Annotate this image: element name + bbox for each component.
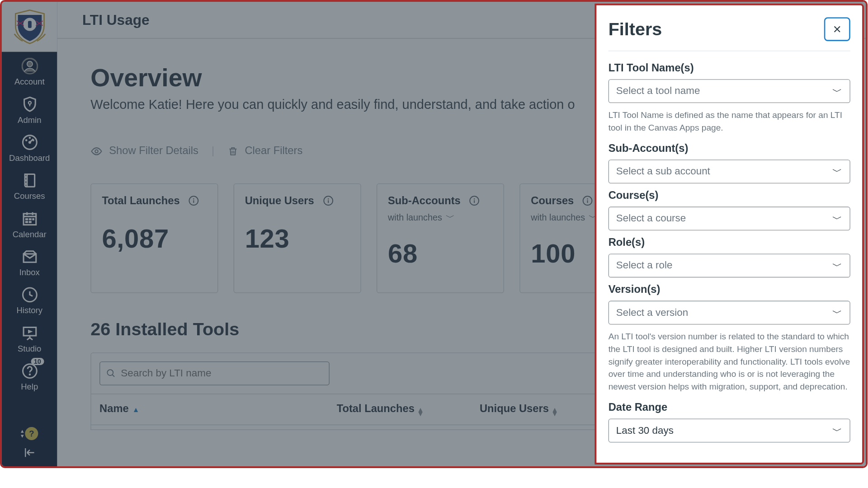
card-subline-toggle[interactable]: with launches﹀ [388,212,493,223]
trash-icon [227,145,238,157]
divider: | [212,145,214,157]
info-icon[interactable] [189,195,199,208]
nav-label: Help [21,382,38,391]
nav-bottom: ▴▾ ? [2,423,57,466]
search-tools-input[interactable] [121,368,323,380]
info-icon[interactable] [469,195,480,208]
search-tools-input-wrap[interactable] [99,361,330,385]
svg-point-7 [25,140,27,141]
sort-icon: ▲▼ [551,408,558,416]
chevron-down-icon: ﹀ [832,424,842,437]
nav-label: Dashboard [9,153,50,163]
svg-rect-15 [29,219,31,220]
calendar-icon [21,210,38,227]
nav-help[interactable]: 10 Help [2,357,57,394]
svg-point-24 [95,150,98,153]
field-label-tool: LTI Tool Name(s) [609,62,850,75]
nav-label: Courses [14,191,45,201]
presentation-icon [21,324,38,341]
select-course[interactable]: Select a course ﹀ [609,206,850,230]
card-value: 6,087 [102,224,207,254]
chevron-down-icon: ﹀ [832,212,842,225]
select-role[interactable]: Select a role ﹀ [609,254,850,278]
svg-point-6 [28,141,31,144]
chevron-down-icon: ﹀ [832,84,842,98]
clear-filters-label: Clear Filters [245,145,302,156]
nav-admin[interactable]: Admin [2,90,57,128]
select-date-range[interactable]: Last 30 days ﹀ [609,419,850,443]
institution-logo [2,2,57,52]
svg-rect-18 [29,221,31,223]
svg-rect-16 [32,219,33,220]
svg-point-23 [29,374,30,375]
card-unique-users: Unique Users 123 [234,183,361,293]
svg-point-37 [107,370,113,375]
inbox-icon [21,249,38,265]
card-title: Courses [531,195,574,207]
info-icon[interactable] [323,195,334,208]
question-mark-icon: ? [25,427,38,440]
collapse-nav-button[interactable] [23,446,36,461]
svg-rect-36 [587,200,588,203]
nav-calendar[interactable]: Calendar [2,204,57,242]
card-total-launches: Total Launches 6,087 [90,183,218,293]
chevron-down-icon: ﹀ [832,259,842,272]
card-title: Unique Users [245,195,314,207]
close-filters-button[interactable] [824,17,850,41]
nav-label: History [17,305,42,315]
help-badge: 10 [31,358,44,365]
chevron-down-icon: ﹀ [446,212,455,222]
field-label-course: Course(s) [609,189,850,202]
field-label-date-range: Date Range [609,401,850,414]
tour-help-chip[interactable]: ▴▾ ? [21,427,38,440]
clear-filters-button[interactable]: Clear Filters [227,145,302,157]
nav-dashboard[interactable]: Dashboard [2,128,57,166]
svg-point-32 [474,198,475,199]
show-filter-details-label: Show Filter Details [109,145,198,156]
clock-icon [21,286,38,303]
svg-point-26 [193,198,194,199]
card-value: 68 [388,239,493,269]
select-sub-account[interactable]: Select a sub account ﹀ [609,160,850,183]
field-label-role: Role(s) [609,236,850,249]
svg-rect-1 [28,20,31,28]
gauge-icon [21,134,38,151]
svg-point-10 [25,176,26,177]
chevron-down-icon: ﹀ [832,306,842,319]
card-title: Total Launches [102,195,179,207]
svg-point-12 [25,183,26,184]
filters-panel: Filters LTI Tool Name(s) Select a tool n… [594,4,864,465]
nav-account[interactable]: Account [2,52,57,90]
show-filter-details-button[interactable]: Show Filter Details [90,145,198,157]
nav-inbox[interactable]: Inbox [2,242,57,280]
field-label-version: Version(s) [609,283,850,296]
svg-point-11 [25,180,26,181]
close-icon [832,24,842,34]
svg-point-29 [327,198,328,199]
filters-panel-title: Filters [609,19,662,39]
svg-rect-14 [25,219,28,220]
svg-rect-27 [193,200,194,203]
help-text-tool: LTI Tool Name is defined as the name tha… [609,109,850,134]
nav-courses[interactable]: Courses [2,166,57,204]
select-version[interactable]: Select a version ﹀ [609,301,850,325]
select-tool-name[interactable]: Select a tool name ﹀ [609,79,850,103]
svg-rect-33 [474,200,475,203]
th-total-launches[interactable]: Total Launches▲▼ [337,403,480,416]
svg-point-35 [587,198,588,199]
shield-icon [21,96,38,113]
page-title: LTI Usage [82,12,150,28]
nav-label: Admin [18,115,41,124]
nav-studio[interactable]: Studio [2,319,57,357]
chevron-down-icon: ﹀ [832,164,842,178]
th-name[interactable]: Name▲ [99,403,337,416]
nav-history[interactable]: History [2,281,57,319]
svg-point-4 [28,101,31,104]
svg-rect-30 [328,200,329,203]
info-icon[interactable] [582,195,593,208]
help-text-version: An LTI tool's version number is related … [609,331,850,393]
field-label-subaccount: Sub-Account(s) [609,142,850,155]
help-icon [21,363,38,380]
search-icon [106,368,116,379]
nav-label: Inbox [19,267,40,277]
